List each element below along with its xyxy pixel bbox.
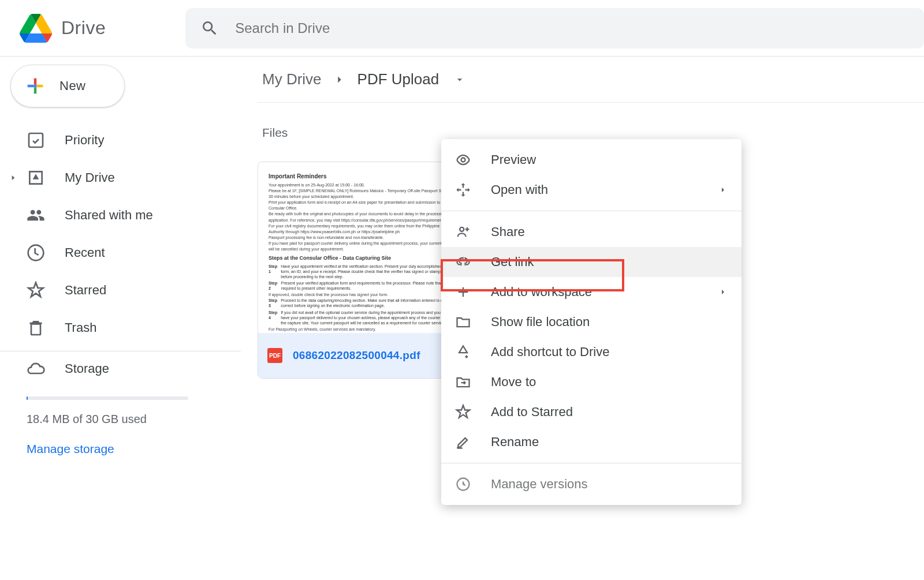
cm-label: Manage versions [491, 477, 728, 492]
rename-icon [455, 434, 471, 450]
nav-shared[interactable]: Shared with me [0, 196, 241, 234]
storage-label: Storage [65, 361, 109, 376]
sidebar: New Priority My Drive Shared with me Rec… [0, 57, 241, 580]
manage-storage-link[interactable]: Manage storage [27, 442, 114, 456]
cm-label: Preview [491, 152, 728, 167]
cm-preview[interactable]: Preview [441, 145, 742, 175]
cm-move-to[interactable]: Move to [441, 367, 742, 397]
pdf-icon: PDF [267, 348, 282, 363]
new-label: New [59, 78, 86, 93]
chevron-right-icon [333, 73, 346, 86]
search-bar[interactable] [185, 8, 924, 48]
starred-icon [27, 281, 45, 300]
header: Drive [0, 0, 924, 57]
breadcrumb-root[interactable]: My Drive [258, 68, 326, 91]
divider [0, 351, 241, 351]
cm-label: Show file location [491, 315, 728, 330]
nav-trash[interactable]: Trash [0, 309, 241, 346]
shared-icon [27, 206, 45, 224]
caret-right-icon [9, 174, 17, 182]
cm-label: Add to workspace [491, 285, 718, 300]
cm-label: Move to [491, 375, 728, 390]
svg-point-2 [460, 227, 464, 231]
plus-icon [24, 74, 47, 98]
nav-label: Shared with me [65, 208, 153, 223]
nav-label: Recent [65, 245, 105, 260]
cm-open-with[interactable]: Open with [441, 175, 742, 205]
cm-rename[interactable]: Rename [441, 427, 742, 457]
new-button[interactable]: New [10, 65, 125, 107]
drive-logo[interactable]: Drive [20, 13, 106, 43]
storage-section: Storage 18.4 MB of 30 GB used Manage sto… [0, 360, 241, 456]
share-person-icon [455, 224, 471, 240]
cm-share[interactable]: Share [441, 217, 742, 247]
drive-logo-icon [20, 13, 52, 43]
nav-list: Priority My Drive Shared with me Recent … [0, 121, 241, 346]
search-input[interactable] [235, 20, 909, 36]
open-with-icon [455, 182, 471, 198]
nav-label: Starred [65, 283, 106, 298]
move-to-icon [455, 374, 471, 390]
folder-icon [455, 314, 471, 330]
recent-icon [27, 244, 45, 262]
chevron-right-icon [718, 185, 728, 194]
cm-show-location[interactable]: Show file location [441, 307, 742, 337]
storage-text: 18.4 MB of 30 GB used [27, 413, 241, 426]
cloud-icon [27, 360, 45, 378]
trash-icon [27, 319, 45, 337]
nav-label: Priority [65, 133, 104, 148]
nav-starred[interactable]: Starred [0, 271, 241, 309]
eye-icon [455, 152, 471, 168]
shortcut-icon [455, 344, 471, 360]
cm-add-starred[interactable]: Add to Starred [441, 397, 742, 427]
svg-point-1 [461, 158, 465, 162]
storage-meter [27, 396, 188, 400]
divider [441, 211, 742, 211]
cm-label: Add to Starred [491, 405, 728, 420]
divider [441, 463, 742, 463]
nav-priority[interactable]: Priority [0, 121, 241, 159]
nav-recent[interactable]: Recent [0, 234, 241, 271]
plus-icon [455, 284, 471, 300]
chevron-right-icon [718, 287, 728, 297]
nav-label: My Drive [65, 170, 115, 185]
cm-label: Open with [491, 182, 718, 197]
cm-label: Rename [491, 435, 728, 450]
nav-storage[interactable]: Storage [27, 360, 241, 378]
context-menu: Preview Open with Share Get link Add to … [441, 139, 742, 505]
search-icon [200, 19, 219, 38]
nav-label: Trash [65, 320, 96, 335]
breadcrumb: My Drive PDF Upload [258, 68, 924, 103]
mydrive-icon [27, 169, 45, 187]
nav-mydrive[interactable]: My Drive [0, 159, 241, 196]
cm-get-link[interactable]: Get link [441, 247, 742, 277]
dropdown-icon[interactable] [454, 74, 465, 85]
app-title: Drive [61, 17, 106, 39]
cm-label: Get link [491, 255, 728, 270]
breadcrumb-current[interactable]: PDF Upload [353, 68, 444, 91]
link-icon [455, 254, 471, 270]
priority-icon [27, 131, 45, 149]
cm-manage-versions[interactable]: Manage versions [441, 469, 742, 499]
section-files-title: Files [262, 126, 924, 140]
cm-label: Add shortcut to Drive [491, 345, 728, 360]
history-icon [455, 476, 471, 492]
svg-rect-0 [34, 85, 36, 87]
cm-label: Share [491, 224, 728, 240]
star-icon [455, 404, 471, 420]
cm-add-workspace[interactable]: Add to workspace [441, 277, 742, 307]
file-name: 06862022082500044.pdf [293, 349, 420, 362]
cm-add-shortcut[interactable]: Add shortcut to Drive [441, 337, 742, 367]
